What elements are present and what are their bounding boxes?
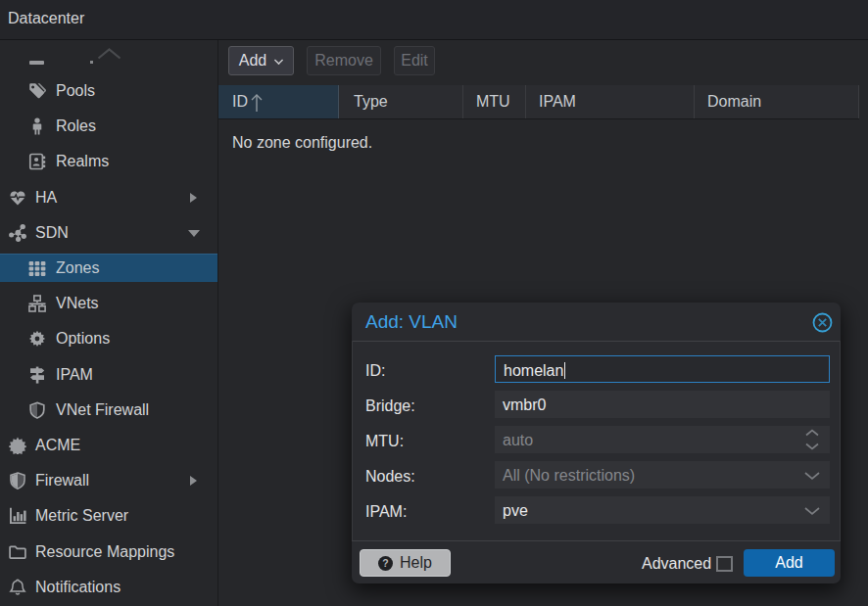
svg-text:?: ? xyxy=(382,557,388,569)
